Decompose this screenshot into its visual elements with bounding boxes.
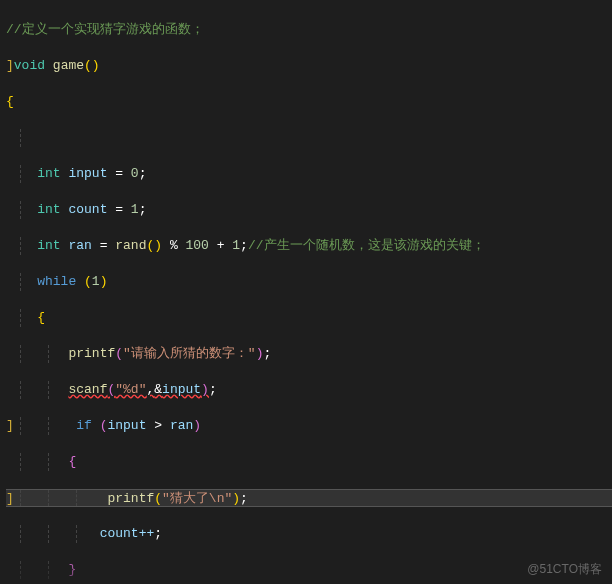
brace: { [6, 94, 14, 109]
parens: () [84, 58, 100, 73]
comment: //产生一个随机数，这是该游戏的关键； [248, 238, 485, 253]
active-line: ] printf("猜大了\n"); [6, 489, 612, 507]
watermark: @51CTO博客 [527, 560, 602, 578]
code-editor: //定义一个实现猜字游戏的函数； ]void game() { int inpu… [0, 0, 612, 584]
keyword-void: void [14, 58, 45, 73]
func-name: game [53, 58, 84, 73]
comment: //定义一个实现猜字游戏的函数； [6, 22, 204, 37]
